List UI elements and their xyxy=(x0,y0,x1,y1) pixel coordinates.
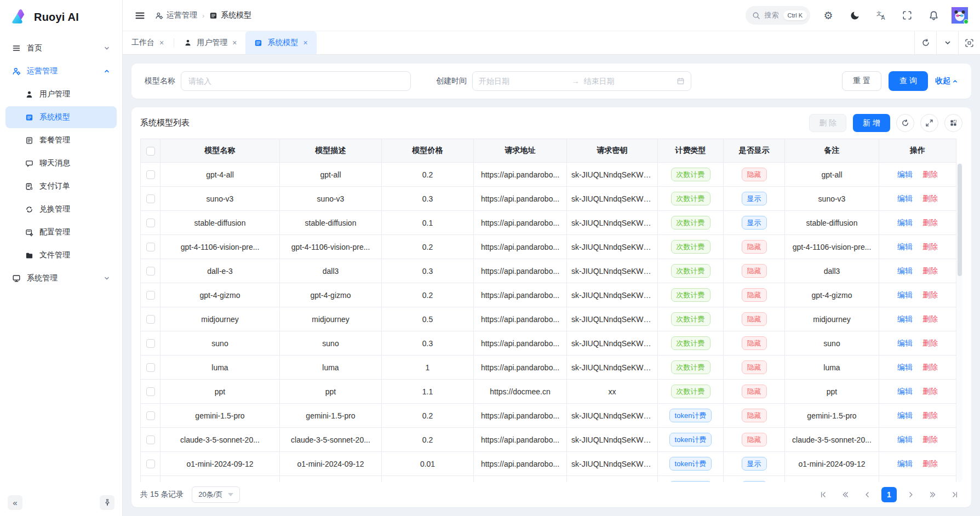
row-checkbox[interactable] xyxy=(146,243,155,251)
close-icon[interactable]: × xyxy=(232,39,237,47)
row-checkbox[interactable] xyxy=(146,291,155,300)
edit-link[interactable]: 编辑 xyxy=(897,459,913,468)
model-name-input[interactable] xyxy=(181,71,411,91)
date-range-picker[interactable]: → xyxy=(472,71,691,91)
row-checkbox[interactable] xyxy=(146,339,155,348)
delete-link[interactable]: 删除 xyxy=(922,411,938,420)
breadcrumb-item-system-models[interactable]: 系统模型 xyxy=(209,10,251,20)
row-checkbox[interactable] xyxy=(146,387,155,396)
collapse-sidebar-button[interactable]: « xyxy=(8,495,22,510)
delete-link[interactable]: 删除 xyxy=(922,194,938,203)
sidebar-item-system-models[interactable]: 系统模型 xyxy=(5,106,117,128)
sidebar-item-redeem-management[interactable]: 兑换管理 xyxy=(5,198,117,220)
last-page-button[interactable] xyxy=(947,487,962,502)
close-icon[interactable]: × xyxy=(159,39,164,47)
tab-system-models[interactable]: 系统模型 × xyxy=(245,31,316,54)
row-checkbox[interactable] xyxy=(146,219,155,227)
delete-link[interactable]: 删除 xyxy=(922,266,938,275)
add-button[interactable]: 新 增 xyxy=(853,114,890,132)
next-page-button[interactable] xyxy=(903,487,919,502)
delete-button[interactable]: 删 除 xyxy=(809,114,846,132)
sidebar-item-home[interactable]: 首页 xyxy=(5,37,117,59)
chevron-down-icon[interactable] xyxy=(936,31,958,54)
sidebar-item-config-management[interactable]: 配置管理 xyxy=(5,221,117,243)
bell-icon[interactable] xyxy=(925,7,942,24)
content-fullscreen-icon[interactable] xyxy=(958,31,980,54)
delete-link[interactable]: 删除 xyxy=(922,435,938,444)
edit-link[interactable]: 编辑 xyxy=(897,194,913,203)
expand-table-icon[interactable] xyxy=(920,114,938,132)
sidebar-item-operations[interactable]: 运营管理 xyxy=(5,60,117,82)
table-header-row: 模型名称 模型描述 模型价格 请求地址 请求密钥 计费类型 是否显示 备注 操作 xyxy=(141,139,956,163)
edit-link[interactable]: 编辑 xyxy=(897,290,913,299)
tab-user-management[interactable]: 用户管理 × xyxy=(175,31,245,54)
row-checkbox[interactable] xyxy=(146,315,155,324)
reset-button[interactable]: 重 置 xyxy=(842,71,881,91)
start-date-input[interactable] xyxy=(479,77,568,85)
scrollbar-thumb[interactable] xyxy=(958,164,962,276)
select-all-checkbox[interactable] xyxy=(146,147,155,156)
current-page[interactable]: 1 xyxy=(881,487,897,502)
delete-link[interactable]: 删除 xyxy=(922,363,938,371)
edit-link[interactable]: 编辑 xyxy=(897,411,913,420)
sidebar-item-chat-messages[interactable]: 聊天消息 xyxy=(5,152,117,174)
edit-link[interactable]: 编辑 xyxy=(897,314,913,323)
tab-workbench[interactable]: 工作台 × xyxy=(123,31,173,54)
delete-link[interactable]: 删除 xyxy=(922,170,938,179)
edit-link[interactable]: 编辑 xyxy=(897,170,913,179)
delete-link[interactable]: 删除 xyxy=(922,290,938,299)
app-logo[interactable]: Ruoyi AI xyxy=(0,0,122,34)
edit-link[interactable]: 编辑 xyxy=(897,363,913,371)
delete-link[interactable]: 删除 xyxy=(922,218,938,227)
first-page-button[interactable] xyxy=(816,487,831,502)
edit-link[interactable]: 编辑 xyxy=(897,266,913,275)
row-checkbox[interactable] xyxy=(146,411,155,420)
sidebar-item-user-management[interactable]: 用户管理 xyxy=(5,83,117,105)
delete-link[interactable]: 删除 xyxy=(922,387,938,395)
delete-link[interactable]: 删除 xyxy=(922,242,938,251)
sidebar-item-system-management[interactable]: 系统管理 xyxy=(5,267,117,289)
end-date-input[interactable] xyxy=(584,77,673,85)
refresh-icon[interactable] xyxy=(914,31,936,54)
edit-link[interactable]: 编辑 xyxy=(897,387,913,395)
breadcrumb-item-operations[interactable]: 运营管理 xyxy=(155,10,197,20)
edit-link[interactable]: 编辑 xyxy=(897,435,913,444)
user-avatar[interactable] xyxy=(952,7,968,24)
settings-icon[interactable]: ⚙︎ xyxy=(820,7,836,24)
sidebar-item-package-management[interactable]: 套餐管理 xyxy=(5,129,117,151)
collapse-filters-link[interactable]: 收起 xyxy=(935,76,958,86)
hamburger-menu-icon[interactable] xyxy=(135,10,145,21)
refresh-icon[interactable] xyxy=(896,114,914,132)
page-size-select[interactable]: 20条/页 xyxy=(192,486,240,503)
prev-page-button[interactable] xyxy=(859,487,875,502)
row-checkbox[interactable] xyxy=(146,170,155,179)
sidebar-nav: 首页 运营管理 用户管理 系统模型 套餐管理 聊天消息 支付订单 xyxy=(0,34,122,489)
cell-request-url: https://api.pandarobo... xyxy=(474,356,567,380)
row-checkbox[interactable] xyxy=(146,267,155,276)
cell-request-key: sk-JIUQLNndqSeKWU... xyxy=(567,235,658,259)
table-row: gpt-4-allgpt-all0.2https://api.pandarobo… xyxy=(141,163,956,187)
close-icon[interactable]: × xyxy=(303,39,307,47)
fullscreen-icon[interactable] xyxy=(899,7,915,24)
edit-link[interactable]: 编辑 xyxy=(897,242,913,251)
row-checkbox[interactable] xyxy=(146,363,155,372)
sidebar-item-payment-orders[interactable]: 支付订单 xyxy=(5,175,117,197)
jump-back-button[interactable] xyxy=(838,487,853,502)
query-button[interactable]: 查 询 xyxy=(889,71,928,91)
cell-request-key: sk-JIUQLNndqSeKWU... xyxy=(567,307,658,331)
edit-link[interactable]: 编辑 xyxy=(897,218,913,227)
delete-link[interactable]: 删除 xyxy=(922,314,938,323)
delete-link[interactable]: 删除 xyxy=(922,459,938,468)
sidebar-item-file-management[interactable]: 文件管理 xyxy=(5,244,117,266)
row-checkbox[interactable] xyxy=(146,194,155,203)
delete-link[interactable]: 删除 xyxy=(922,339,938,347)
edit-link[interactable]: 编辑 xyxy=(897,339,913,347)
row-checkbox[interactable] xyxy=(146,460,155,468)
global-search[interactable]: 搜索 Ctrl K xyxy=(746,6,811,25)
jump-forward-button[interactable] xyxy=(925,487,941,502)
moon-icon[interactable] xyxy=(846,7,863,24)
column-settings-icon[interactable] xyxy=(944,114,962,132)
row-checkbox[interactable] xyxy=(146,435,155,444)
pin-sidebar-button[interactable] xyxy=(100,495,114,510)
translate-icon[interactable]: 文A xyxy=(873,7,889,24)
